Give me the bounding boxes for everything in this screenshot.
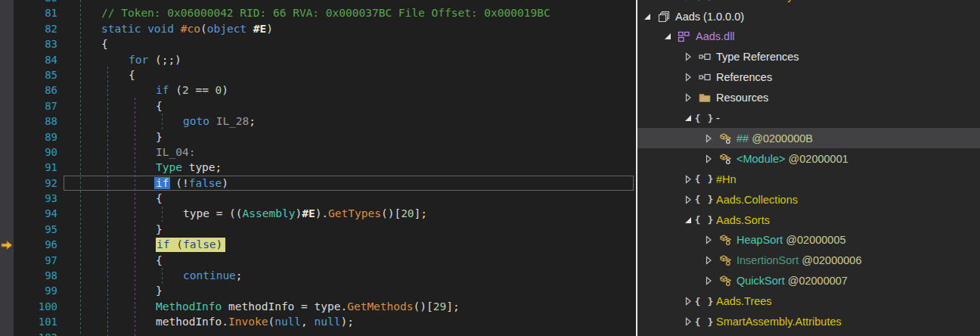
code-line[interactable]: 89} [0,129,636,145]
tree-item-label: HeapSort [737,234,783,246]
namespace-icon: { } [698,194,711,206]
expand-arrow-icon[interactable] [683,174,693,185]
code-line-text[interactable]: } [57,129,636,145]
expand-arrow-icon[interactable] [703,154,714,164]
code-line-text[interactable]: if (2 == 0) [57,82,636,98]
expand-arrow-icon[interactable] [683,194,693,205]
line-number: 81 [14,5,57,20]
code-line[interactable]: 95} [0,222,636,237]
code-line[interactable]: 102 [0,330,636,336]
code-line[interactable]: 96if (false) [0,237,636,252]
tree-item-[interactable]: { }- [637,108,980,129]
code-line-text[interactable]: methodInfo.Invoke(null, null); [57,314,636,329]
line-number: 102 [14,330,57,336]
code-token: { [156,100,163,112]
code-line[interactable]: 84for (;;) [0,52,636,67]
code-line[interactable]: 91Type type; [0,160,636,175]
code-line[interactable]: 85{ [0,67,636,82]
line-number: 95 [14,222,57,237]
code-line-text[interactable]: if (false) [57,237,636,252]
expand-arrow-icon[interactable] [683,316,693,327]
code-token: type; [182,161,222,173]
tree-item-label: Aads.Trees [716,295,772,307]
class-icon [718,234,731,246]
expand-arrow-icon[interactable] [683,0,693,2]
code-line[interactable]: 88goto IL_28; [0,114,636,129]
code-line[interactable]: 87{ [0,98,636,114]
line-number: 89 [14,129,57,145]
tree-item-quicksort[interactable]: QuickSort @02000007 [637,271,980,291]
code-token: GetTypes [328,207,381,219]
namespace-icon: { } [698,316,711,328]
code-line[interactable]: 99} [0,283,636,298]
code-token: { [156,192,163,204]
code-line-text[interactable]: { [57,191,636,206]
code-line-text[interactable]: type = ((Assembly)#E).GetTypes()[20]; [57,206,636,221]
code-line[interactable]: 94type = ((Assembly)#E).GetTypes()[20]; [0,206,636,221]
code-line-text[interactable]: { [57,98,636,114]
code-line-text[interactable]: IL_04: [57,145,636,160]
code-line[interactable]: 101methodInfo.Invoke(null, null); [0,314,636,329]
tree-item-references[interactable]: References [637,67,980,88]
code-line-text[interactable]: continue; [57,268,636,283]
code-line[interactable]: 100MethodInfo methodInfo = type.GetMetho… [0,299,636,314]
code-token: } [156,131,163,143]
code-line-text[interactable]: // Token: 0x06000042 RID: 66 RVA: 0x0000… [57,5,636,20]
expand-arrow-icon[interactable] [703,275,714,286]
code-line[interactable]: 98continue; [0,268,636,283]
tree-item-smartassembly-attributes[interactable]: { }SmartAssembly.Attributes [637,312,980,332]
code-line[interactable]: 83{ [0,36,636,51]
code-line-text[interactable]: { [57,253,636,268]
tree-item-label: <Module> [737,153,786,165]
tree-item-type-references[interactable]: Type References [637,47,980,67]
expand-arrow-icon[interactable] [683,296,693,306]
code-line[interactable]: 93{ [0,191,636,206]
code-token: == [189,84,216,96]
code-line[interactable]: 82static void #co(object #E) [0,21,636,36]
code-line[interactable]: 97{ [0,253,636,268]
module-icon [678,30,690,42]
code-line-text[interactable] [57,0,636,5]
collapse-arrow-icon[interactable] [642,11,653,22]
code-line[interactable]: 90IL_04: [0,145,636,160]
tree-item-aads-1-0-0-0[interactable]: Aads (1.0.0.0) [637,6,980,26]
tree-item-module[interactable]: <Module> @02000001 [637,148,980,169]
code-line-text[interactable] [57,330,636,336]
expand-arrow-icon[interactable] [703,235,714,245]
code-token: ; [236,269,243,282]
code-line-text[interactable]: MethodInfo methodInfo = type.GetMethods(… [57,299,636,314]
collapse-arrow-icon[interactable] [683,215,693,226]
code-line-text[interactable]: goto IL_28; [57,114,636,129]
code-line-text[interactable]: } [57,222,636,237]
code-token: #co [181,23,200,35]
code-line-text[interactable]: static void #co(object #E) [57,21,636,36]
tree-item-assembly[interactable] [637,331,980,336]
expand-arrow-icon[interactable] [703,255,714,266]
tree-item-aads-collections[interactable]: { }Aads.Collections [637,189,980,210]
tree-item-smartassembly-attributes[interactable]: { }SmartAssembly.Attributes [637,0,980,6]
tree-item-aads-trees[interactable]: { }Aads.Trees [637,291,980,312]
code-line-text[interactable]: } [57,283,636,298]
collapse-arrow-icon[interactable] [683,113,693,123]
assembly-icon [657,11,670,23]
code-line[interactable]: 80 [0,0,636,5]
line-number: 87 [14,98,57,114]
code-line-text[interactable]: Type type; [57,160,636,175]
code-line[interactable]: 86if (2 == 0) [0,82,636,98]
code-line-text[interactable]: { [57,67,636,82]
expand-arrow-icon[interactable] [683,51,693,62]
code-line-text[interactable]: for (;;) [57,52,636,67]
tree-item-aads-dll[interactable]: Aads.dll [637,26,980,47]
expand-arrow-icon[interactable] [683,92,693,103]
collapse-arrow-icon[interactable] [662,31,673,42]
tree-item-heapsort[interactable]: HeapSort @02000005 [637,230,980,250]
expand-arrow-icon[interactable] [683,72,693,82]
code-line[interactable]: 81// Token: 0x06000042 RID: 66 RVA: 0x00… [0,5,636,20]
expand-arrow-icon[interactable] [703,133,714,144]
tree-item-hn[interactable]: { }#Hn [637,169,980,189]
tree-item-insertionsort[interactable]: InsertionSort @02000006 [637,250,980,271]
code-line-text[interactable]: { [57,36,636,51]
tree-item-aads-sorts[interactable]: { }Aads.Sorts [637,210,980,230]
tree-item-[interactable]: ## @0200000B [637,128,980,148]
tree-item-resources[interactable]: Resources [637,88,980,108]
